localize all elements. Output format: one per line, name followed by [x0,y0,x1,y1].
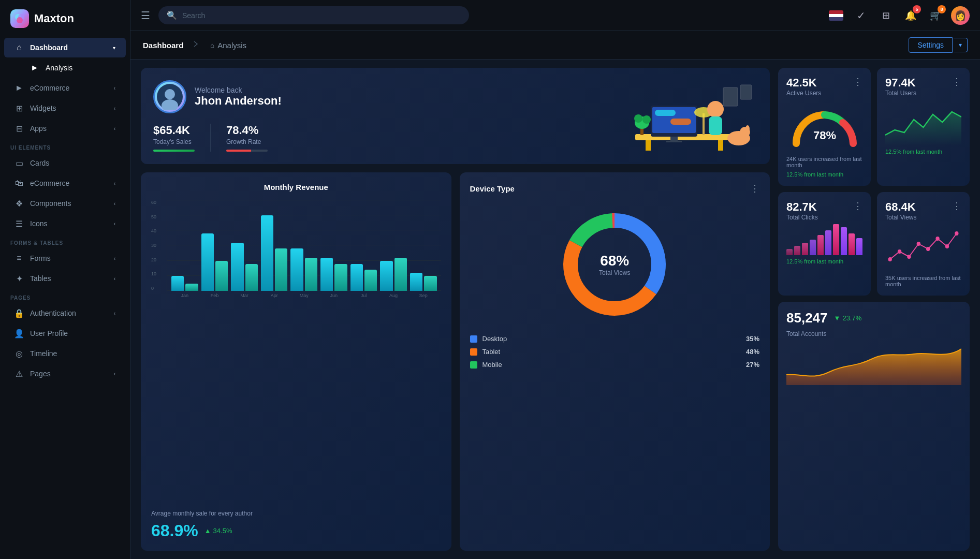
sidebar-label-widgets: Widgets [30,104,56,112]
chevron-left-icon-4: ‹ [114,181,115,186]
monthly-revenue-title: Monthly Revenue [151,183,441,192]
chevron-left-icon-9: ‹ [114,311,115,316]
total-views-header: 68.4K Total Views ⋮ [885,200,961,221]
accounts-change-val: 23.7% [842,314,861,322]
total-accounts-card: 85,247 ▼ 23.7% Total Accounts [778,302,970,551]
notification-button[interactable]: 🔔 5 [901,6,920,25]
user-avatar[interactable]: 👩 [951,6,970,25]
sidebar-item-apps[interactable]: ⊟ Apps ‹ [4,119,126,138]
donut-chart: 68% Total Views [470,208,760,321]
legend-desktop-left: Desktop [470,335,507,343]
logo-icon [10,9,29,28]
svg-rect-8 [718,140,723,151]
sidebar-item-authentication[interactable]: 🔒 Authentication ‹ [4,303,126,323]
big-stat: 68.9% [151,521,198,540]
total-views-chart [885,228,961,270]
hamburger-button[interactable]: ☰ [141,9,150,22]
bar-group-jun [320,258,347,291]
bar-jul-1 [350,264,363,291]
sales-value: $65.4K [153,124,195,137]
x-label-jul: Jul [350,293,377,303]
x-axis-labels: Jan Feb Mar Apr May Jun Jul Aug Sep [167,291,441,303]
sidebar-item-tables[interactable]: ✦ Tables ‹ [4,269,126,288]
device-title: Device Type [470,184,515,193]
sidebar-item-cards[interactable]: ▭ Cards [4,153,126,173]
cart-button[interactable]: 🛒 8 [926,6,945,25]
svg-point-4 [165,89,175,99]
total-users-change: 12.5% from last month [885,149,961,155]
svg-point-37 [926,247,930,251]
chevron-left-icon-5: ‹ [114,201,115,207]
x-label-jun: Jun [320,293,347,303]
sidebar-item-icons[interactable]: ☰ Icons ‹ [4,214,126,233]
sidebar-item-pages[interactable]: ⚠ Pages ‹ [4,364,126,384]
y-label-30: 30 [151,243,156,248]
sales-bar [153,150,195,152]
total-users-more-button[interactable]: ⋮ [952,76,961,87]
sidebar-item-analysis[interactable]: ► Analysis [4,58,126,78]
breadcrumb-dashboard[interactable]: Dashboard [143,41,183,50]
bar-mar-2 [245,264,258,291]
logo[interactable]: Maxton [0,0,130,37]
dashboard-content: Welcome back Jhon Anderson! $65.4K Today… [130,60,980,559]
click-bar-8 [841,227,847,255]
growth-value: 78.4% [226,124,268,137]
total-users-card: 97.4K Total Users ⋮ [877,68,970,186]
sidebar-item-forms[interactable]: ≡ Forms ‹ [4,248,126,268]
widgets-icon: ⊞ [14,104,24,113]
sidebar-item-timeline[interactable]: ◎ Timeline [4,344,126,363]
click-bar-2 [794,246,800,255]
bag-icon: 🛍 [14,179,24,188]
sidebar-label-pages: Pages [30,370,51,378]
sidebar-item-ecommerce-ui[interactable]: 🛍 eCommerce ‹ [4,173,126,193]
sidebar-item-widgets[interactable]: ⊞ Widgets ‹ [4,98,126,118]
notification-badge: 5 [913,5,921,13]
search-input[interactable] [182,11,461,20]
flag-button[interactable] [827,6,845,25]
icons-icon: ☰ [14,219,24,228]
accounts-label: Total Accounts [786,330,961,337]
breadcrumb-analysis[interactable]: ⌂ Analysis [210,41,246,50]
checkmark-button[interactable]: ✓ [852,6,870,25]
mobile-label: Mobile [482,361,502,369]
svg-point-36 [917,242,920,246]
total-users-info: 97.4K Total Users [885,76,916,97]
total-users-header: 97.4K Total Users ⋮ [885,76,961,97]
settings-arrow-button[interactable]: ▾ [954,38,968,52]
sidebar-label-apps: Apps [30,124,47,133]
bar-group-feb [201,233,228,291]
total-views-more-button[interactable]: ⋮ [952,200,961,212]
click-bar-1 [786,249,793,255]
total-clicks-more-button[interactable]: ⋮ [853,200,862,212]
svg-rect-11 [670,137,678,141]
sidebar-item-ecommerce[interactable]: ► eCommerce ‹ [4,78,126,98]
tablet-label: Tablet [482,348,501,356]
accounts-count: 85,247 [786,310,828,326]
sidebar-item-user-profile[interactable]: 👤 User Profile [4,323,126,343]
search-bar[interactable]: 🔍 [158,6,469,24]
click-bar-5 [817,235,824,255]
svg-rect-13 [655,110,676,116]
pages-label: PAGES [0,289,130,303]
total-clicks-card: 82.7K Total Clicks ⋮ [778,192,871,296]
active-users-more-button[interactable]: ⋮ [853,76,862,87]
bar-group-may [290,248,317,291]
x-label-aug: Aug [380,293,407,303]
sidebar: Maxton ⌂ Dashboard ▾ ► Analysis ► eComme… [0,0,130,559]
bottom-section: Monthly Revenue 60 50 40 30 20 10 [141,172,770,551]
total-users-change-label: from last month [903,149,942,155]
accounts-header: 85,247 ▼ 23.7% [786,310,961,326]
sidebar-item-dashboard[interactable]: ⌂ Dashboard ▾ [4,38,126,57]
active-users-info: 42.5K Active Users [786,76,821,97]
settings-button[interactable]: Settings [909,37,953,53]
grid-button[interactable]: ⊞ [876,6,895,25]
stat-divider [210,124,211,152]
sidebar-item-components[interactable]: ❖ Components ‹ [4,194,126,213]
total-clicks-chart [786,224,862,255]
active-users-sub: 24K users increased from last month [786,156,862,168]
device-more-button[interactable]: ⋮ [750,183,759,194]
click-bar-6 [825,230,831,255]
legend-tablet: Tablet 48% [470,348,760,356]
arrow-down-icon: ▼ [834,314,841,322]
tablet-dot [470,348,477,356]
